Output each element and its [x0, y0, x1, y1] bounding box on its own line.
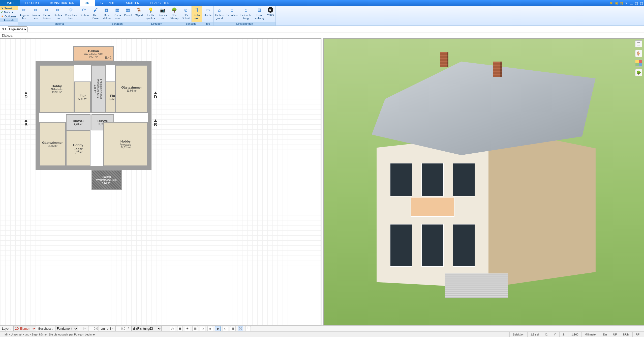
- bearbeiten-button[interactable]: ✏Bear- beiten: [41, 6, 52, 22]
- workspace: D D B B Balkon Wohnfläche 50% 2,50 m² 5,…: [0, 38, 644, 325]
- room-duwc-1[interactable]: Du/WC 4,20 m²: [66, 114, 90, 130]
- house-side-wall: [484, 126, 596, 288]
- camera-icon: 📷: [159, 7, 166, 13]
- materials-icon[interactable]: [635, 60, 642, 67]
- darstellung-button[interactable]: 🖥Dar- stellung: [253, 6, 266, 22]
- help-icon[interactable]: ?: [624, 0, 629, 6]
- select-button[interactable]: ➤ Selekt: [0, 6, 18, 10]
- 3d-schnitt-button[interactable]: ⎚3D- Schnitt: [180, 6, 192, 22]
- diamond4-icon[interactable]: ◇: [223, 326, 228, 331]
- tab-sichten[interactable]: SICHTEN: [120, 0, 145, 6]
- window-icon[interactable]: ▣: [614, 0, 619, 6]
- diamond-icon[interactable]: ◇: [200, 326, 205, 331]
- room-hobby-lager[interactable]: Hobby Lager 8,92 m²: [66, 130, 90, 166]
- close-icon[interactable]: ▢: [639, 0, 644, 6]
- flaeche-button[interactable]: ▭Fläche: [202, 6, 213, 22]
- room-balkon-bottom[interactable]: Balkon Wohnfläche 50% 4,51 m²: [91, 170, 122, 190]
- hin-pinsel-button[interactable]: 🖌Hin. Pinsel: [90, 6, 101, 22]
- geschoss-label: Geschoss :: [38, 327, 53, 330]
- tool-icon[interactable]: ✖: [609, 0, 614, 6]
- zuweisen-button[interactable]: ✏Zuwei- sen: [30, 6, 41, 22]
- group-label-einstellungen: Einstellungen: [214, 22, 276, 25]
- room-treppenhaus[interactable]: Treppenhaus Wohnfläche 50% 1,88 m²: [91, 65, 106, 113]
- pane-splitter[interactable]: [321, 38, 322, 325]
- terrain-select[interactable]: Urgelände: [8, 26, 27, 32]
- skalieren-button[interactable]: ✏Skalie- ren: [52, 6, 64, 22]
- room-balkon-top[interactable]: Balkon Wohnfläche 50% 2,50 m² 5,42: [73, 46, 114, 61]
- tab-datei[interactable]: DATEI: [0, 0, 20, 6]
- 3d-bitmap-button[interactable]: 🌳3D- Bitmap: [168, 6, 180, 22]
- schatten-settings-button[interactable]: ⌂Schatten: [225, 6, 239, 22]
- furniture-icon[interactable]: 🪑: [635, 50, 642, 57]
- status-x: X:: [542, 332, 550, 337]
- l-input[interactable]: [88, 326, 99, 331]
- darstellen-button[interactable]: ▦Dar- stellen: [101, 6, 112, 22]
- verschieben-button[interactable]: ✥Verschie- ben: [64, 6, 78, 22]
- grid-icon[interactable]: ▦: [230, 326, 236, 331]
- status-num: NUM: [620, 332, 632, 337]
- minimize-icon[interactable]: ▁: [629, 0, 634, 6]
- geschoss-select[interactable]: Fundament: [55, 326, 78, 331]
- phi-input[interactable]: [115, 326, 126, 331]
- drehen-button[interactable]: ⟳Drehen: [78, 6, 90, 22]
- pinsel-button[interactable]: ▦Pinsel: [122, 6, 133, 22]
- rechnen-button[interactable]: ▦Rech- nen: [112, 6, 122, 22]
- pencil-icon: ✏: [32, 7, 39, 13]
- kollision-button[interactable]: ⇅Kolli- sion: [192, 6, 202, 22]
- diamond2-icon[interactable]: ◈: [207, 326, 213, 331]
- room-hobby-2[interactable]: Hobby Fotostudio 24,71 m²: [103, 122, 148, 166]
- section-b-right: B: [154, 119, 157, 127]
- 2d-floorplan-view[interactable]: D D B B Balkon Wohnfläche 50% 2,50 m² 5,…: [0, 38, 321, 325]
- more-icon[interactable]: ⋮: [245, 326, 251, 331]
- mark-button[interactable]: ✔ Mark. ▾: [0, 10, 18, 14]
- kamera-button[interactable]: 📷Kame- ra: [157, 6, 168, 22]
- area-icon: ▭: [204, 7, 211, 13]
- camera-icon[interactable]: ▣: [177, 326, 183, 331]
- section-b-left: B: [24, 119, 27, 127]
- room-gaestezimmer-1[interactable]: Gästezimmer 11,96 m²: [115, 65, 148, 113]
- lichtquelle-button[interactable]: 💡Licht- quelle ▾: [144, 6, 157, 22]
- ribbon-group-material: ✏Abgrei- fen ✏Zuwei- sen ✏Bear- beiten ✏…: [18, 6, 101, 25]
- house-balcony: [411, 197, 454, 217]
- video-button[interactable]: ▶Video: [265, 6, 275, 22]
- house-icon: ⌂: [242, 7, 250, 13]
- layout-icon[interactable]: ▤: [619, 0, 624, 6]
- objekt-button[interactable]: 🪑Objekt: [133, 6, 144, 22]
- restore-icon[interactable]: ▢: [634, 0, 639, 6]
- ribbon-group-einstellungen: ⌂Hinter- grund ⌂Schatten ⌂Beleuch- tung …: [214, 6, 276, 25]
- north-icon[interactable]: Ⓝ: [238, 326, 243, 331]
- view-selector-bar: 3D Urgelände: [0, 26, 644, 33]
- tab-bearbeiten[interactable]: BEARBEITEN: [145, 0, 175, 6]
- tab-gelaende[interactable]: GELÄNDE: [95, 0, 120, 6]
- house-model: [362, 62, 605, 308]
- group-label-einfuegen: Einfügen: [133, 22, 180, 25]
- dl-select[interactable]: dl (Richtung/Di: [131, 326, 162, 331]
- ribbon-group-sonstige: ⎚3D- Schnitt ⇅Kolli- sion Sonstige: [180, 6, 202, 25]
- layer-select[interactable]: 2D-Elemen: [13, 326, 36, 331]
- hintergrund-button[interactable]: ⌂Hinter- grund: [214, 6, 225, 22]
- status-ratio: 1:1 sel: [527, 332, 542, 337]
- beleuchtung-button[interactable]: ⌂Beleuch- tung: [239, 6, 253, 22]
- room-hobby-1[interactable]: Hobby Nähstudio 19,90 m²: [39, 65, 74, 113]
- layers-icon[interactable]: ☰: [635, 40, 642, 47]
- options-button[interactable]: ＋ Optionen: [0, 14, 18, 18]
- clock-icon[interactable]: ◷: [170, 326, 175, 331]
- ribbon-group-einfuegen: 🪑Objekt 💡Licht- quelle ▾ 📷Kame- ra 🌳3D- …: [133, 6, 180, 25]
- diamond3-icon[interactable]: ◆: [215, 326, 221, 331]
- ribbon-group-info: ▭Fläche Info: [202, 6, 214, 25]
- status-rf: RF: [632, 332, 642, 337]
- abgreifen-button[interactable]: ✏Abgrei- fen: [18, 6, 30, 22]
- room-flur-1[interactable]: Flur 6,85 m²: [74, 81, 91, 113]
- tab-konstruktion[interactable]: KONSTRUKTION: [45, 0, 80, 6]
- stack-icon[interactable]: ▤: [192, 326, 198, 331]
- tab-projekt[interactable]: PROJEKT: [20, 0, 45, 6]
- ribbon-group-auswahl: ➤ Selekt ✔ Mark. ▾ ＋ Optionen Auswahl: [0, 6, 18, 25]
- tab-3d[interactable]: 3D: [80, 0, 95, 6]
- entry-steps: [445, 273, 508, 298]
- tree-icon[interactable]: 🌳: [635, 69, 642, 76]
- move-icon: ✥: [67, 7, 74, 13]
- layer-label: Layer :: [2, 327, 11, 330]
- lock-icon[interactable]: ✦: [185, 326, 190, 331]
- 3d-perspective-view[interactable]: [323, 38, 644, 325]
- room-gaestezimmer-2[interactable]: Gästezimmer 13,85 m²: [39, 122, 66, 166]
